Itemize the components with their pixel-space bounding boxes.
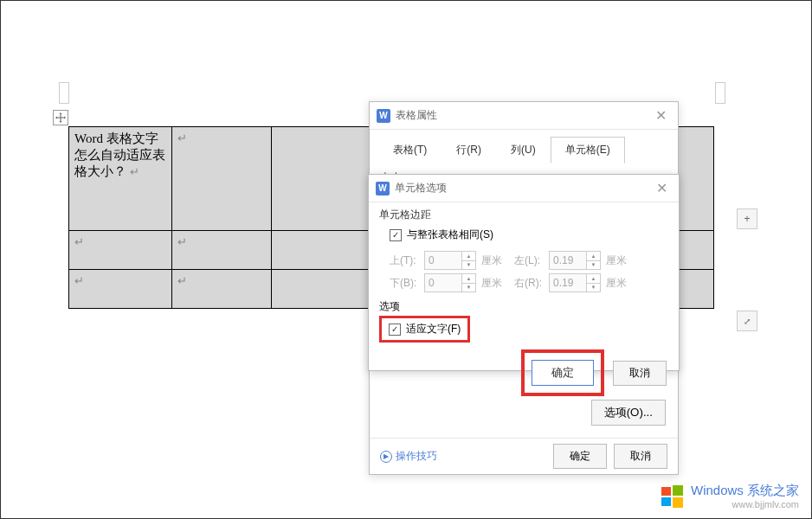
- top-margin-label: 上(T):: [390, 253, 421, 268]
- sub-ok-button[interactable]: 确定: [532, 360, 594, 386]
- side-add-button[interactable]: +: [737, 208, 757, 229]
- table-cell[interactable]: ↵: [172, 231, 272, 270]
- highlight-ok: 确定: [521, 349, 604, 396]
- table-cell[interactable]: Word 表格文字怎么自动适应表格大小？ ↵: [69, 127, 172, 231]
- ruler-marker-right: [715, 82, 725, 104]
- watermark-title: Windows 系统之家: [691, 483, 799, 499]
- cell-text: Word 表格文字怎么自动适应表格大小？: [74, 131, 165, 178]
- tips-label: 操作技巧: [396, 449, 437, 464]
- unit-label: 厘米: [606, 276, 627, 291]
- highlight-fit-text: ✓ 适应文字(F): [379, 316, 470, 343]
- fit-text-label: 适应文字(F): [406, 322, 461, 336]
- app-icon: W: [376, 182, 390, 195]
- right-margin-label: 右(R):: [514, 276, 545, 291]
- spinner-down[interactable]: ▼: [587, 261, 600, 270]
- options-section-label: 选项: [379, 299, 668, 314]
- play-icon: ▶: [380, 451, 392, 463]
- spinner-up[interactable]: ▲: [587, 252, 600, 261]
- cell-options-dialog: W 单元格选项 ✕ 单元格边距 ✓ 与整张表格相同(S) 上(T): ▲▼ 厘米…: [368, 174, 680, 371]
- app-icon: W: [377, 109, 390, 123]
- tab-row[interactable]: 行(R): [441, 137, 496, 163]
- left-margin-label: 左(L):: [514, 253, 545, 268]
- sub-dialog-title: 单元格选项: [395, 181, 651, 195]
- sub-dialog-title-bar[interactable]: W 单元格选项 ✕: [369, 175, 679, 202]
- close-icon[interactable]: ✕: [650, 106, 671, 126]
- tab-cell[interactable]: 单元格(E): [551, 137, 625, 163]
- ruler-marker-left: [59, 82, 69, 104]
- spinner-up[interactable]: ▲: [462, 252, 475, 261]
- close-icon[interactable]: ✕: [651, 178, 672, 199]
- watermark: Windows 系统之家 www.bjjmlv.com: [660, 483, 799, 509]
- tabs: 表格(T) 行(R) 列(U) 单元格(E): [370, 130, 678, 163]
- svg-rect-0: [661, 487, 671, 496]
- spinner-up[interactable]: ▲: [462, 274, 475, 284]
- tab-column[interactable]: 列(U): [496, 137, 551, 163]
- bottom-margin-spinner[interactable]: ▲▼: [424, 273, 476, 292]
- left-margin-spinner[interactable]: ▲▼: [549, 251, 601, 270]
- table-move-handle[interactable]: [53, 110, 68, 125]
- unit-label: 厘米: [481, 253, 502, 268]
- paragraph-mark: ↵: [177, 131, 187, 144]
- left-margin-input[interactable]: [550, 252, 586, 269]
- unit-label: 厘米: [481, 276, 502, 291]
- table-cell[interactable]: ↵: [69, 231, 172, 270]
- fit-text-row[interactable]: ✓ 适应文字(F): [389, 322, 461, 336]
- sub-footer: 确定 取消: [369, 349, 679, 396]
- same-as-table-checkbox[interactable]: ✓: [390, 229, 402, 241]
- table-cell[interactable]: ↵: [172, 270, 272, 309]
- spinner-down[interactable]: ▼: [462, 284, 475, 292]
- move-icon: [55, 112, 66, 123]
- windows-logo-icon: [660, 484, 686, 509]
- dialog-title: 表格属性: [396, 108, 650, 123]
- svg-rect-3: [673, 497, 683, 508]
- tab-table[interactable]: 表格(T): [378, 137, 441, 163]
- table-cell[interactable]: ↵: [69, 270, 172, 309]
- same-as-table-label: 与整张表格相同(S): [407, 227, 493, 242]
- main-cancel-button[interactable]: 取消: [614, 444, 667, 469]
- tips-link[interactable]: ▶ 操作技巧: [380, 449, 437, 464]
- paragraph-mark: ↵: [177, 274, 187, 287]
- svg-rect-1: [673, 485, 683, 496]
- top-margin-input[interactable]: [425, 252, 461, 269]
- bottom-margin-input[interactable]: [425, 274, 461, 292]
- table-cell[interactable]: ↵: [172, 127, 272, 231]
- spinner-down[interactable]: ▼: [462, 261, 475, 270]
- watermark-url: www.bjjmlv.com: [691, 499, 799, 509]
- fit-text-checkbox[interactable]: ✓: [389, 324, 401, 336]
- right-margin-input[interactable]: [550, 274, 586, 292]
- paragraph-mark: ↵: [74, 235, 84, 248]
- spinner-down[interactable]: ▼: [587, 284, 600, 292]
- top-margin-spinner[interactable]: ▲▼: [424, 251, 476, 270]
- sub-cancel-button[interactable]: 取消: [613, 361, 667, 386]
- bottom-margin-label: 下(B):: [390, 276, 421, 291]
- paragraph-mark: ↵: [74, 274, 84, 287]
- svg-rect-2: [661, 497, 671, 506]
- main-ok-button[interactable]: 确定: [553, 444, 607, 469]
- unit-label: 厘米: [606, 253, 627, 268]
- paragraph-mark: ↵: [177, 235, 187, 248]
- margins-label: 单元格边距: [379, 208, 668, 222]
- right-margin-spinner[interactable]: ▲▼: [549, 273, 601, 292]
- same-as-table-row[interactable]: ✓ 与整张表格相同(S): [390, 227, 668, 242]
- options-button[interactable]: 选项(O)...: [591, 400, 666, 426]
- paragraph-mark: ↵: [130, 165, 139, 178]
- dialog-title-bar[interactable]: W 表格属性 ✕: [370, 102, 678, 130]
- side-expand-button[interactable]: ⤢: [737, 311, 757, 331]
- dialog-footer: ▶ 操作技巧 确定 取消: [370, 438, 678, 474]
- spinner-up[interactable]: ▲: [587, 274, 600, 284]
